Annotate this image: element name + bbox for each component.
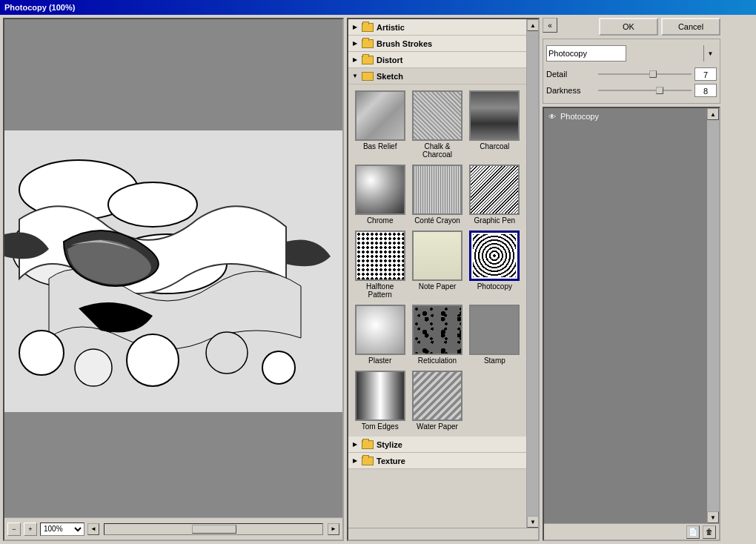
filter-thumb-water-paper (412, 371, 462, 421)
sketch-filter-grid: Bas Relief Chalk & Charcoal Charcoal (348, 84, 526, 437)
thumb-inner-chalk-charcoal (414, 92, 461, 139)
effect-bottom: 📄 🗑 (544, 523, 719, 540)
category-arrow-stylize: ▶ (351, 441, 359, 448)
category-brushstrokes[interactable]: ▶ Brush Strokes (348, 36, 526, 52)
category-distort[interactable]: ▶ Distort (348, 52, 526, 68)
filter-thumb-halftone-pattern (355, 230, 405, 281)
category-label-sketch: Sketch (377, 72, 403, 81)
filter-scroll-down[interactable]: ▼ (527, 516, 538, 528)
nav-minus-btn[interactable]: − (7, 523, 21, 536)
preview-panel: − + 100% 50% 200% Fit ◄ ► (3, 18, 344, 541)
filter-name-note-paper: Note Paper (419, 282, 457, 291)
collapse-btn[interactable]: « (543, 18, 557, 33)
folder-icon-distort (362, 56, 374, 64)
cancel-button[interactable]: Cancel (661, 18, 720, 36)
thumb-inner-photocopy (471, 233, 517, 279)
effect-scroll-up[interactable]: ▲ (707, 108, 719, 120)
effect-scroll-down[interactable]: ▼ (707, 511, 719, 523)
zoom-select[interactable]: 100% 50% 200% Fit (40, 523, 84, 536)
filter-name-plaster: Plaster (368, 356, 391, 365)
preview-svg (4, 130, 342, 412)
thumb-inner-stamp (471, 306, 518, 354)
filter-select[interactable]: Photocopy Bas Relief Chalk & Charcoal Ch… (546, 45, 626, 62)
ok-button[interactable]: OK (599, 18, 658, 36)
detail-value[interactable]: 7 (694, 67, 717, 81)
filter-item-charcoal[interactable]: Charcoal (468, 89, 522, 160)
preview-scrollbar-thumb[interactable] (192, 525, 236, 534)
new-effect-btn[interactable]: 📄 (686, 525, 700, 539)
filter-item-note-paper[interactable]: Note Paper (410, 229, 464, 300)
filter-name-stamp: Stamp (484, 356, 505, 365)
preview-image-area (4, 130, 342, 412)
detail-row: Detail 7 (546, 67, 717, 81)
filter-scroll-up[interactable]: ▲ (527, 19, 538, 31)
filter-panel-inner: ▶ Artistic ▶ Brush Strokes ▶ Distort (348, 19, 538, 528)
folder-open-icon-sketch (362, 72, 374, 81)
effect-item-photocopy[interactable]: 👁 Photocopy (544, 108, 707, 125)
thumb-inner-halftone-pattern (357, 232, 404, 279)
darkness-value[interactable]: 8 (694, 84, 717, 97)
main-container: − + 100% 50% 200% Fit ◄ ► ▶ Artistic (0, 15, 756, 544)
svg-point-2 (108, 182, 197, 227)
filter-thumb-charcoal (469, 90, 520, 141)
effect-panel-inner: 👁 Photocopy ▲ ▼ (544, 108, 719, 523)
filter-item-halftone-pattern[interactable]: Halftone Pattern (353, 229, 407, 300)
filter-scrollbar: ▲ ▼ (526, 19, 538, 528)
detail-label: Detail (546, 70, 598, 79)
thumb-inner-tom-edges (357, 372, 404, 419)
darkness-row: Darkness 8 (546, 84, 717, 97)
category-label-brushstrokes: Brush Strokes (377, 39, 432, 48)
filter-item-photocopy[interactable]: Photocopy (468, 229, 522, 300)
preview-scrollbar-h[interactable] (104, 523, 323, 535)
filter-item-reticulation[interactable]: Reticulation (410, 303, 464, 366)
filter-thumb-photocopy (469, 230, 520, 281)
category-texture[interactable]: ▶ Texture (348, 453, 526, 469)
category-arrow-texture: ▶ (351, 457, 359, 465)
nav-plus-btn[interactable]: + (24, 523, 37, 536)
filter-thumb-chalk-charcoal (412, 90, 462, 141)
preview-bottom-bar: − + 100% 50% 200% Fit ◄ ► (4, 517, 342, 540)
filter-item-conte-crayon[interactable]: Conté Crayon (410, 163, 464, 226)
settings-panel: « OK Cancel Photocopy Bas Relief Chalk &… (543, 18, 720, 541)
category-sketch[interactable]: ▼ Sketch (348, 68, 526, 84)
category-arrow-distort: ▶ (351, 56, 359, 64)
title-bar: Photocopy (100%) (0, 0, 756, 15)
filter-scroll-track[interactable] (527, 31, 538, 516)
filter-item-graphic-pen[interactable]: Graphic Pen (468, 163, 522, 226)
filter-thumb-note-paper (412, 230, 462, 281)
category-stylize[interactable]: ▶ Stylize (348, 437, 526, 453)
filter-item-chrome[interactable]: Chrome (353, 163, 407, 226)
filter-item-plaster[interactable]: Plaster (353, 303, 407, 366)
eye-icon[interactable]: 👁 (547, 111, 557, 122)
filter-item-chalk-charcoal[interactable]: Chalk & Charcoal (410, 89, 464, 160)
svg-point-5 (19, 331, 64, 375)
filter-item-stamp[interactable]: Stamp (468, 303, 522, 366)
filter-item-water-paper[interactable]: Water Paper (410, 369, 464, 432)
settings-top: « OK Cancel Photocopy Bas Relief Chalk &… (543, 18, 720, 104)
folder-icon-stylize (362, 440, 374, 449)
filter-item-bas-relief[interactable]: Bas Relief (353, 89, 407, 160)
category-arrow-brushstrokes: ▶ (351, 40, 359, 47)
settings-params: Photocopy Bas Relief Chalk & Charcoal Ch… (543, 39, 720, 104)
thumb-inner-graphic-pen (471, 166, 518, 213)
thumb-inner-chrome (357, 166, 404, 213)
effect-scroll-track[interactable] (707, 120, 719, 511)
scroll-right-arrow[interactable]: ► (328, 523, 339, 535)
filter-name-graphic-pen: Graphic Pen (474, 216, 516, 225)
delete-effect-btn[interactable]: 🗑 (703, 525, 716, 539)
filter-name-bas-relief: Bas Relief (363, 142, 397, 150)
title-bar-label: Photocopy (100%) (4, 3, 75, 12)
category-artistic[interactable]: ▶ Artistic (348, 19, 526, 36)
filter-item-tom-edges[interactable]: Tom Edges (353, 369, 407, 432)
filter-name-chalk-charcoal: Chalk & Charcoal (411, 142, 462, 159)
thumb-inner-charcoal (471, 92, 518, 139)
thumb-inner-note-paper (414, 232, 461, 279)
svg-point-8 (206, 332, 248, 374)
filter-thumb-tom-edges (355, 371, 405, 421)
filter-thumb-stamp (469, 305, 520, 355)
filter-name-halftone-pattern: Halftone Pattern (354, 282, 405, 299)
effect-panel: 👁 Photocopy ▲ ▼ 📄 🗑 (543, 107, 720, 541)
scroll-left-arrow[interactable]: ◄ (87, 523, 99, 535)
select-wrapper: Photocopy Bas Relief Chalk & Charcoal Ch… (546, 45, 717, 62)
thumb-inner-conte-crayon (414, 166, 461, 213)
